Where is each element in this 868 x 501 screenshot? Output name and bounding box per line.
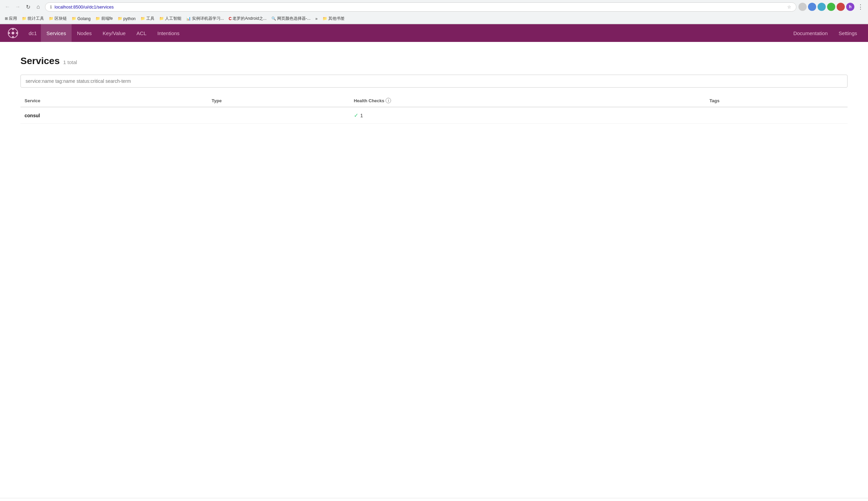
- extension-icon-2[interactable]: [808, 3, 816, 11]
- bookmark-label: 应用: [9, 16, 17, 21]
- nav-documentation-link[interactable]: Documentation: [789, 28, 832, 38]
- bookmark-blockchain[interactable]: 📁 区块链: [47, 15, 69, 22]
- more-button[interactable]: ⋮: [856, 2, 865, 12]
- bookmark-label: 工具: [146, 16, 155, 21]
- nav-link-intentions[interactable]: Intentions: [152, 24, 185, 42]
- chart-icon: 📊: [186, 17, 191, 21]
- bookmark-label: 前端fe: [101, 16, 113, 21]
- apps-icon: ⊞: [5, 17, 8, 21]
- svg-point-1: [12, 32, 14, 34]
- reload-button[interactable]: ↻: [23, 2, 33, 12]
- bookmark-ai[interactable]: 📁 人工智能: [157, 15, 183, 22]
- search-icon: 🔍: [271, 17, 276, 21]
- service-tags-cell: [705, 107, 848, 124]
- lock-icon: ℹ: [50, 4, 52, 10]
- nav-link-nodes[interactable]: Nodes: [72, 24, 97, 42]
- bookmark-label: 老罗的Android之...: [233, 16, 266, 21]
- folder-icon: 📁: [140, 17, 145, 21]
- table-row[interactable]: consul ✓ 1: [20, 107, 848, 124]
- home-button[interactable]: ⌂: [33, 2, 43, 12]
- bookmark-label: 统计工具: [28, 16, 44, 21]
- folder-icon: 📁: [118, 17, 123, 21]
- chevron-right-icon: »: [315, 17, 318, 21]
- forward-button[interactable]: →: [13, 2, 22, 12]
- bookmark-label: 人工智能: [165, 16, 181, 21]
- bookmark-stats[interactable]: 📁 统计工具: [20, 15, 46, 22]
- folder-icon: 📁: [22, 17, 27, 21]
- folder-icon: 📁: [49, 17, 54, 21]
- table-header: Service Type Health Checks i Tags: [20, 94, 848, 107]
- health-passing-icon: ✓: [354, 112, 358, 119]
- extension-icon-4[interactable]: [827, 3, 835, 11]
- nav-link-keyvalue[interactable]: Key/Value: [97, 24, 131, 42]
- browser-chrome: ← → ↻ ⌂ ℹ localhost:8500/ui/dc1/services…: [0, 0, 868, 24]
- bookmark-other[interactable]: 📁 其他书签: [320, 15, 347, 22]
- bookmark-label: Golang: [77, 17, 91, 21]
- services-table: Service Type Health Checks i Tags: [20, 94, 848, 124]
- bookmark-label: 区块链: [54, 16, 67, 21]
- folder-icon: 📁: [95, 17, 100, 21]
- bookmark-more[interactable]: »: [313, 15, 320, 22]
- search-input[interactable]: [20, 75, 848, 88]
- nav-settings-link[interactable]: Settings: [835, 28, 861, 38]
- bookmarks-bar: ⊞ 应用 📁 统计工具 📁 区块链 📁 Golang 📁 前端fe 📁 pyth…: [0, 14, 868, 24]
- col-header-type: Type: [208, 94, 350, 107]
- extension-icon-3[interactable]: [817, 3, 826, 11]
- col-header-tags: Tags: [705, 94, 848, 107]
- svg-point-5: [16, 32, 18, 34]
- folder-icon: 📁: [322, 17, 327, 21]
- svg-point-3: [12, 36, 14, 38]
- bookmark-android[interactable]: C 老罗的Android之...: [227, 15, 269, 22]
- page-title: Services: [20, 55, 60, 66]
- bookmark-apps[interactable]: ⊞ 应用: [3, 15, 19, 22]
- service-type-cell: [208, 107, 350, 124]
- col-header-service: Service: [20, 94, 208, 107]
- nav-links: Services Nodes Key/Value ACL Intentions: [41, 24, 185, 42]
- address-bar[interactable]: ℹ localhost:8500/ui/dc1/services ☆: [45, 2, 796, 12]
- nav-datacenter[interactable]: dc1: [24, 28, 41, 38]
- health-checks: ✓ 1: [354, 112, 701, 119]
- nav-right: Documentation Settings: [789, 28, 861, 38]
- extension-icon-1[interactable]: [798, 3, 807, 11]
- bookmark-ml[interactable]: 📊 实例详机器学习...: [184, 15, 226, 22]
- bookmark-label: 其他书签: [328, 16, 345, 21]
- bookmark-python[interactable]: 📁 python: [116, 15, 138, 22]
- table-body: consul ✓ 1: [20, 107, 848, 124]
- footer: © 2019 HashiCorp Consul 1.5.1 Documentat…: [0, 498, 868, 501]
- svg-point-2: [12, 29, 14, 30]
- nav-buttons: ← → ↻ ⌂: [3, 2, 43, 12]
- page-subtitle: 1 total: [63, 59, 77, 65]
- brand-icon: C: [229, 17, 232, 21]
- bookmark-frontend[interactable]: 📁 前端fe: [93, 15, 115, 22]
- folder-icon: 📁: [72, 17, 76, 21]
- bookmark-golang[interactable]: 📁 Golang: [70, 15, 93, 22]
- bookmark-tools[interactable]: 📁 工具: [138, 15, 157, 22]
- back-button[interactable]: ←: [3, 2, 12, 12]
- extension-icon-6[interactable]: h: [846, 3, 854, 11]
- main-content: Services 1 total Service Type Health Che…: [0, 42, 868, 498]
- col-header-health: Health Checks i: [350, 94, 705, 107]
- consul-logo: [7, 27, 19, 39]
- toolbar-icons: h ⋮: [798, 2, 865, 12]
- service-health-cell: ✓ 1: [350, 107, 705, 124]
- svg-point-4: [9, 32, 10, 34]
- nav-link-services[interactable]: Services: [41, 24, 72, 42]
- star-icon: ☆: [787, 4, 791, 10]
- bookmark-label: 实例详机器学习...: [192, 16, 224, 21]
- browser-toolbar: ← → ↻ ⌂ ℹ localhost:8500/ui/dc1/services…: [0, 0, 868, 14]
- health-count: 1: [360, 113, 363, 118]
- service-name-cell: consul: [20, 107, 208, 124]
- nav-link-acl[interactable]: ACL: [131, 24, 152, 42]
- search-container: [20, 75, 848, 88]
- service-name: consul: [24, 113, 40, 118]
- extension-icon-5[interactable]: [837, 3, 845, 11]
- health-info-icon[interactable]: i: [385, 98, 391, 103]
- bookmark-color[interactable]: 🔍 网页颜色选择器-...: [269, 15, 313, 22]
- bookmark-label: 网页颜色选择器-...: [277, 16, 310, 21]
- page-title-row: Services 1 total: [20, 55, 848, 66]
- app-nav: dc1 Services Nodes Key/Value ACL Intenti…: [0, 24, 868, 42]
- url-display: localhost:8500/ui/dc1/services: [54, 4, 784, 10]
- folder-icon: 📁: [159, 17, 164, 21]
- bookmark-label: python: [124, 17, 136, 21]
